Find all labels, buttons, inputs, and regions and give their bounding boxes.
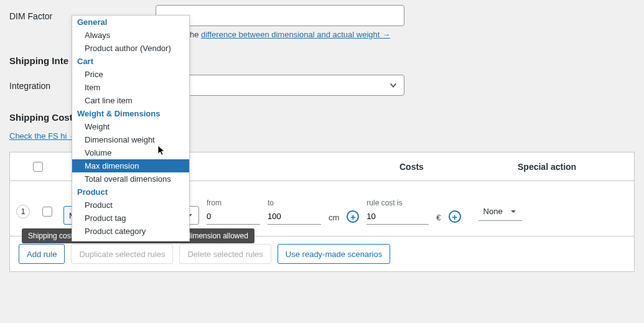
rule-cost-label: rule cost is bbox=[366, 199, 429, 207]
dropdown-option[interactable]: Dimensional weight bbox=[72, 133, 189, 146]
duplicate-rules-button[interactable]: Duplicate selected rules bbox=[71, 244, 173, 264]
dropdown-option[interactable]: Cart line item bbox=[72, 94, 189, 107]
rule-cost-input[interactable] bbox=[366, 208, 429, 225]
dropdown-option[interactable]: Product category bbox=[72, 225, 189, 238]
add-cost-button[interactable]: + bbox=[449, 210, 461, 223]
from-label: from bbox=[207, 199, 260, 207]
dropdown-option[interactable]: Product tag bbox=[72, 212, 189, 225]
dim-factor-input[interactable] bbox=[156, 5, 404, 26]
unit-eur: € bbox=[436, 213, 441, 225]
special-action-select[interactable]: None bbox=[478, 202, 522, 221]
delete-rules-button[interactable]: Delete selected rules bbox=[179, 244, 271, 264]
helper-text: re about the difference between dimensio… bbox=[156, 26, 404, 39]
add-rule-button[interactable]: Add rule bbox=[19, 244, 65, 264]
fs-link[interactable]: Check the FS hi bbox=[9, 131, 77, 141]
dropdown-option[interactable]: Product author (Vendor) bbox=[72, 42, 189, 55]
special-action-header: Special action bbox=[518, 162, 634, 172]
dropdown-group: Product bbox=[72, 185, 189, 199]
to-label: to bbox=[268, 199, 321, 207]
dropdown-option[interactable]: Always bbox=[72, 29, 189, 42]
rule-number: 1 bbox=[16, 205, 30, 218]
dropdown-group: General bbox=[72, 16, 189, 29]
caret-down-icon bbox=[510, 208, 517, 215]
to-input[interactable] bbox=[268, 208, 321, 225]
use-scenarios-button[interactable]: Use ready-made scenarios bbox=[278, 244, 390, 264]
chevron-down-icon bbox=[389, 81, 398, 90]
dropdown-option[interactable]: Item bbox=[72, 81, 189, 94]
dropdown-group: Cart bbox=[72, 55, 189, 68]
from-input[interactable] bbox=[207, 208, 260, 225]
dropdown-option[interactable]: Product bbox=[72, 199, 189, 212]
dim-weight-help-link[interactable]: difference between dimensional and actua… bbox=[201, 30, 390, 39]
dropdown-option[interactable]: Total overall dimensions bbox=[72, 172, 189, 185]
add-condition-button[interactable]: + bbox=[347, 210, 359, 223]
integration-select[interactable] bbox=[156, 75, 404, 96]
dropdown-option[interactable]: Max dimension bbox=[72, 159, 189, 172]
unit-cm: cm bbox=[329, 213, 339, 225]
dropdown-option[interactable]: Weight bbox=[72, 120, 189, 133]
dropdown-option[interactable]: Volume bbox=[72, 146, 189, 159]
dropdown-group: Weight & Dimensions bbox=[72, 107, 189, 120]
select-all-checkbox[interactable] bbox=[33, 162, 43, 172]
costs-header: Costs bbox=[399, 162, 518, 172]
dropdown-option[interactable]: Price bbox=[72, 68, 189, 81]
row-checkbox[interactable] bbox=[42, 207, 52, 217]
dropdown-option[interactable]: Shipping class bbox=[72, 238, 189, 241]
when-dropdown-list[interactable]: GeneralAlwaysProduct author (Vendor)Cart… bbox=[72, 15, 190, 241]
mouse-cursor-icon bbox=[157, 145, 166, 156]
